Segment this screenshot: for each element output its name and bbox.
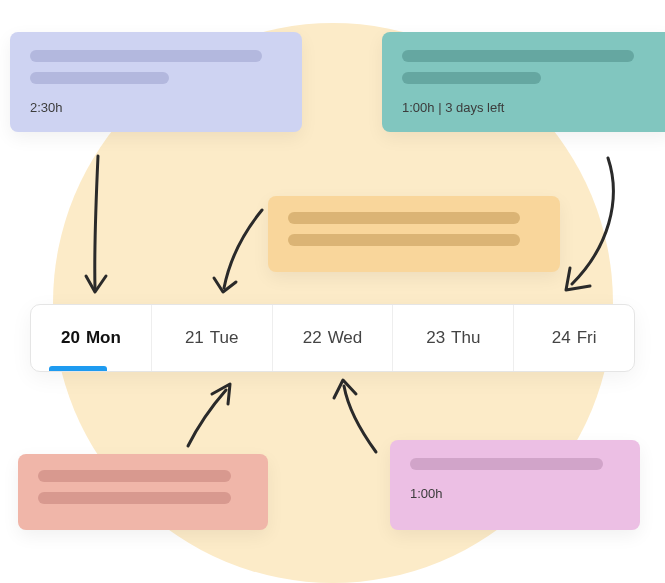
day-wed[interactable]: 22 Wed xyxy=(272,305,393,371)
day-fri[interactable]: 24 Fri xyxy=(513,305,634,371)
day-number: 21 xyxy=(185,328,204,348)
task-card-pink[interactable]: 1:00h xyxy=(390,440,640,530)
day-tue[interactable]: 21 Tue xyxy=(151,305,272,371)
day-number: 22 xyxy=(303,328,322,348)
task-meta: 1:00h xyxy=(410,486,620,501)
day-abbr: Thu xyxy=(451,328,480,348)
placeholder-line xyxy=(402,50,634,62)
placeholder-line xyxy=(402,72,541,84)
task-meta: 2:30h xyxy=(30,100,282,115)
day-number: 23 xyxy=(426,328,445,348)
task-meta: 1:00h | 3 days left xyxy=(402,100,654,115)
task-card-purple[interactable]: 2:30h xyxy=(10,32,302,132)
placeholder-line xyxy=(288,212,520,224)
day-abbr: Fri xyxy=(577,328,597,348)
placeholder-line xyxy=(30,50,262,62)
placeholder-line xyxy=(38,492,231,504)
placeholder-line xyxy=(38,470,231,482)
placeholder-line xyxy=(30,72,169,84)
task-card-coral[interactable] xyxy=(18,454,268,530)
placeholder-line xyxy=(288,234,520,246)
week-strip: 20 Mon 21 Tue 22 Wed 23 Thu 24 Fri xyxy=(30,304,635,372)
day-number: 20 xyxy=(61,328,80,348)
placeholder-line xyxy=(410,458,603,470)
day-mon[interactable]: 20 Mon xyxy=(31,305,151,371)
selected-underline xyxy=(49,366,107,371)
task-card-teal[interactable]: 1:00h | 3 days left xyxy=(382,32,665,132)
day-abbr: Mon xyxy=(86,328,121,348)
task-card-orange[interactable] xyxy=(268,196,560,272)
day-number: 24 xyxy=(552,328,571,348)
day-abbr: Tue xyxy=(210,328,239,348)
day-thu[interactable]: 23 Thu xyxy=(392,305,513,371)
day-abbr: Wed xyxy=(328,328,363,348)
